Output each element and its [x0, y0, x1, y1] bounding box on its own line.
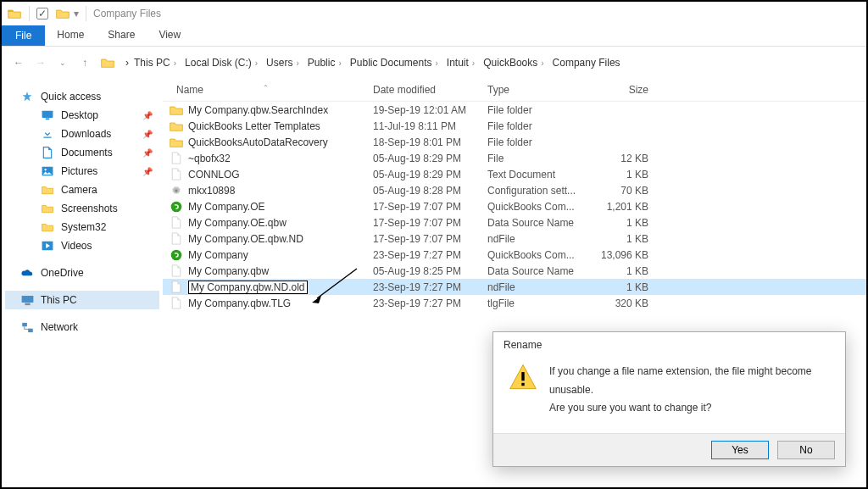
nav-desktop[interactable]: Desktop 📌	[5, 106, 159, 125]
no-button[interactable]: No	[777, 441, 835, 459]
forward-button[interactable]: →	[32, 54, 49, 71]
nav-thispc[interactable]: This PC	[5, 291, 159, 309]
file-size: 1 KB	[589, 233, 648, 245]
col-type[interactable]: Type	[487, 84, 589, 96]
file-row[interactable]: My Company.qbw.SearchIndex19-Sep-19 12:0…	[163, 102, 866, 118]
crumb-quickbooks[interactable]: QuickBooks	[483, 57, 537, 69]
file-type: ndFile	[487, 281, 589, 293]
file-row[interactable]: My Company23-Sep-19 7:27 PMQuickBooks Co…	[163, 247, 866, 263]
downloads-icon	[41, 127, 54, 141]
nav-label: Pictures	[61, 165, 97, 177]
up-button[interactable]: ↑	[76, 54, 93, 71]
chevron-right-icon[interactable]: ›	[338, 58, 341, 68]
chevron-right-icon[interactable]: ›	[174, 58, 176, 68]
crumb-thispc[interactable]: This PC	[134, 57, 170, 69]
tab-view[interactable]: View	[147, 25, 192, 44]
chevron-right-icon[interactable]: ›	[255, 58, 258, 68]
file-row[interactable]: My Company.qbw.TLG23-Sep-19 7:27 PMtlgFi…	[163, 295, 866, 311]
file-row[interactable]: My Company.OE17-Sep-19 7:07 PMQuickBooks…	[163, 198, 866, 214]
svg-rect-15	[521, 383, 524, 386]
file-name: My Company.qbw.SearchIndex	[188, 104, 328, 116]
file-icon	[170, 297, 183, 310]
chevron-right-icon[interactable]: ›	[436, 58, 438, 68]
file-name[interactable]: My Company.qbw.ND.old	[188, 281, 308, 294]
tab-file[interactable]: File	[2, 25, 45, 46]
nav-label: Desktop	[61, 109, 98, 121]
chevron-right-icon[interactable]: ›	[125, 57, 129, 69]
file-row[interactable]: My Company.OE.qbw.ND17-Sep-19 7:07 PMndF…	[163, 231, 866, 247]
documents-icon	[41, 146, 54, 159]
nav-screenshots[interactable]: Screenshots	[5, 199, 159, 218]
nav-quick-access[interactable]: Quick access	[5, 87, 159, 106]
qa-folder-icon[interactable]	[55, 6, 70, 21]
file-row[interactable]: QuickBooksAutoDataRecovery18-Sep-19 8:01…	[163, 134, 866, 150]
nav-camera[interactable]: Camera	[5, 181, 159, 199]
col-date[interactable]: Date modified	[373, 84, 487, 96]
nav-system32[interactable]: System32	[5, 218, 159, 236]
svg-rect-5	[21, 295, 33, 302]
file-name: CONNLOG	[188, 169, 240, 181]
qa-customize-chevron-icon[interactable]: ▾	[74, 8, 79, 19]
navigation-pane: Quick access Desktop 📌 Downloads 📌 Docum…	[2, 79, 163, 487]
svg-point-3	[45, 169, 47, 170]
file-type: Configuration sett...	[487, 185, 589, 197]
col-size[interactable]: Size	[589, 84, 648, 96]
divider	[29, 6, 30, 21]
crumb-users[interactable]: Users	[266, 57, 292, 69]
crumb-publicdocs[interactable]: Public Documents	[350, 57, 432, 69]
nav-downloads[interactable]: Downloads 📌	[5, 125, 159, 143]
nav-label: System32	[61, 221, 106, 233]
crumb-localdisk[interactable]: Local Disk (C:)	[185, 57, 252, 69]
nav-label: OneDrive	[41, 267, 84, 279]
nav-pictures[interactable]: Pictures 📌	[5, 162, 159, 181]
file-row[interactable]: My Company.qbw05-Aug-19 8:25 PMData Sour…	[163, 263, 866, 279]
chevron-right-icon[interactable]: ›	[541, 58, 543, 68]
file-name: My Company.OE	[188, 201, 264, 213]
crumb-public[interactable]: Public	[308, 57, 336, 69]
nav-onedrive[interactable]: OneDrive	[5, 264, 159, 282]
pin-icon: 📌	[142, 111, 153, 120]
nav-videos[interactable]: Videos	[5, 236, 159, 255]
svg-rect-14	[521, 372, 524, 381]
file-name: mkx10898	[188, 185, 235, 197]
file-icon	[170, 168, 183, 181]
chevron-right-icon[interactable]: ›	[472, 58, 475, 68]
file-row[interactable]: mkx1089805-Aug-19 8:28 PMConfiguration s…	[163, 182, 866, 198]
svg-rect-7	[22, 322, 27, 325]
nav-documents[interactable]: Documents 📌	[5, 143, 159, 162]
file-type: File folder	[487, 136, 589, 148]
svg-rect-0	[42, 111, 53, 118]
file-row[interactable]: My Company.OE.qbw17-Sep-19 7:07 PMData S…	[163, 214, 866, 231]
svg-point-11	[171, 249, 182, 260]
chevron-right-icon[interactable]: ›	[296, 58, 298, 68]
nav-label: Screenshots	[61, 203, 118, 214]
nav-network[interactable]: Network	[5, 318, 159, 336]
file-icon	[170, 152, 183, 165]
file-date: 17-Sep-19 7:07 PM	[373, 233, 487, 245]
file-row[interactable]: CONNLOG05-Aug-19 8:29 PMText Document1 K…	[163, 166, 866, 182]
tab-home[interactable]: Home	[45, 25, 96, 44]
file-row[interactable]: My Company.qbw.ND.old23-Sep-19 7:27 PMnd…	[163, 279, 866, 295]
file-row[interactable]: ~qbofx3205-Aug-19 8:29 PMFile12 KB	[163, 150, 866, 166]
address-folder-icon	[98, 53, 117, 72]
crumb-companyfiles[interactable]: Company Files	[553, 57, 620, 69]
yes-button[interactable]: Yes	[711, 441, 769, 459]
column-headers: Name⌃ Date modified Type Size	[163, 79, 866, 102]
tab-share[interactable]: Share	[96, 25, 147, 44]
file-name: My Company.qbw.TLG	[188, 297, 291, 309]
file-name: ~qbofx32	[188, 153, 231, 164]
file-date: 05-Aug-19 8:29 PM	[373, 169, 487, 181]
file-row[interactable]: QuickBooks Letter Templates11-Jul-19 8:1…	[163, 118, 866, 134]
breadcrumb[interactable]: › This PC› Local Disk (C:)› Users› Publi…	[122, 53, 858, 72]
file-size: 1 KB	[589, 217, 648, 229]
qb-icon	[170, 248, 183, 262]
col-name[interactable]: Name⌃	[170, 84, 373, 96]
folder-icon	[41, 220, 54, 234]
crumb-intuit[interactable]: Intuit	[447, 57, 469, 69]
file-date: 23-Sep-19 7:27 PM	[373, 281, 487, 293]
qa-properties-icon[interactable]: ✓	[36, 8, 48, 19]
recent-chevron-icon[interactable]: ⌄	[54, 54, 71, 71]
nav-label: Quick access	[41, 91, 101, 103]
file-date: 23-Sep-19 7:27 PM	[373, 297, 487, 309]
back-button[interactable]: ←	[10, 54, 27, 71]
